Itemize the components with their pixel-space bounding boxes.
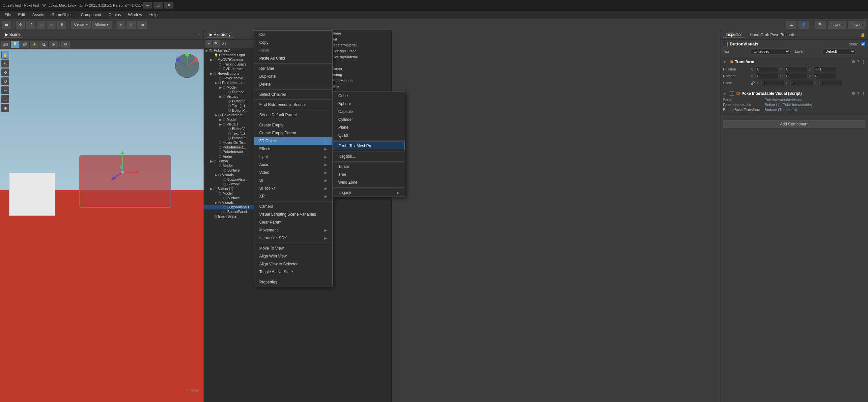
select-tool-btn[interactable]: ↖ <box>1 60 9 67</box>
layer-dropdown[interactable]: Default <box>823 48 856 54</box>
scene-fx-btn[interactable]: ✨ <box>30 41 38 48</box>
toolbar-rect-tool[interactable]: ▭ <box>47 21 56 29</box>
submenu-item-legacy[interactable]: Legacy▶ <box>333 189 405 197</box>
toolbar-pivot-btn[interactable]: Center ▾ <box>71 21 91 29</box>
object-active-checkbox[interactable]: ✓ <box>723 42 728 46</box>
layout-dropdown[interactable]: Layout <box>848 21 866 29</box>
context-menu-item-find-refs[interactable]: Find References in Scene <box>254 101 332 109</box>
tag-dropdown[interactable]: Untagged <box>751 48 790 54</box>
position-x[interactable] <box>756 66 779 72</box>
inspector-tab[interactable]: Inspector <box>723 32 744 38</box>
scene-2d-btn[interactable]: 2D <box>1 41 10 48</box>
layers-dropdown[interactable]: Layers <box>828 21 846 29</box>
cloud-btn[interactable]: ☁ <box>786 21 797 29</box>
context-menu-item-cut[interactable]: Cut <box>254 31 332 38</box>
context-menu-item-light[interactable]: Light▶ <box>254 153 332 161</box>
context-menu-item-ui-toolkit[interactable]: UI Toolkit▶ <box>254 185 332 192</box>
menu-assets[interactable]: Assets <box>29 12 48 18</box>
menu-file[interactable]: File <box>1 12 14 18</box>
context-menu-item-paste-child[interactable]: Paste As Child <box>254 54 332 62</box>
context-menu-item-audio[interactable]: Audio▶ <box>254 161 332 169</box>
submenu-item-cylinder[interactable]: Cylinder <box>333 115 405 124</box>
submenu-item-tree[interactable]: Tree <box>333 171 405 178</box>
context-menu-item-create-empty[interactable]: Create Empty <box>254 121 332 129</box>
position-z[interactable] <box>814 66 837 72</box>
toolbar-play-btn[interactable]: ▶ <box>117 21 125 29</box>
context-menu-item-rename[interactable]: Rename <box>254 65 332 72</box>
context-menu-item-clear-parent[interactable]: Clear Parent <box>254 218 332 226</box>
toolbar-pause-btn[interactable]: ⏸ <box>126 21 136 29</box>
context-menu-item-ui[interactable]: UI▶ <box>254 176 332 185</box>
context-menu-item-align-with-view[interactable]: Align With View <box>254 252 332 260</box>
toolbar-move-tool[interactable]: ✛ <box>16 21 25 29</box>
submenu-item-ragdoll[interactable]: Ragdoll... <box>333 153 405 160</box>
move-tool-btn[interactable]: ✛ <box>1 68 9 76</box>
scale-y[interactable] <box>790 80 813 86</box>
context-menu-item-toggle-active[interactable]: Toggle Active State <box>254 268 332 276</box>
toolbar-global-btn[interactable]: Global ▾ <box>92 21 112 29</box>
menu-gameobject[interactable]: GameObject <box>48 12 77 18</box>
context-menu-item-effects[interactable]: Effects▶ <box>254 145 332 153</box>
scene-viewport[interactable]: ✋ ↖ ✛ ↺ ⇔ ▭ ⊕ X Y <box>0 49 204 402</box>
scene-more-icon[interactable]: ⋮ <box>197 33 201 37</box>
transform-settings-icon[interactable]: ⚙ <box>851 60 855 64</box>
close-button[interactable]: ✕ <box>164 2 173 8</box>
submenu-item-capsule[interactable]: Capsule <box>333 108 405 115</box>
maximize-button[interactable]: □ <box>154 2 163 8</box>
toolbar-step-btn[interactable]: ⏭ <box>137 21 147 29</box>
toolbar-hand-tool[interactable]: ☰ <box>2 21 11 29</box>
add-component-button[interactable]: Add Component <box>723 120 865 128</box>
rotation-x[interactable] <box>756 73 779 79</box>
position-y[interactable] <box>785 66 808 72</box>
context-menu-item-delete[interactable]: Delete <box>254 80 332 88</box>
context-menu-item-xr[interactable]: XR▶ <box>254 192 332 200</box>
script-toggle[interactable]: ▼ <box>723 92 726 96</box>
context-menu-item-create-empty-parent[interactable]: Create Empty Parent <box>254 129 332 137</box>
toolbar-scale-tool[interactable]: ⇔ <box>37 21 45 29</box>
rotation-y[interactable] <box>785 73 808 79</box>
menu-component[interactable]: Component <box>78 12 104 18</box>
search-btn[interactable]: 🔍 <box>815 21 826 29</box>
transform-info-icon[interactable]: ? <box>857 60 860 64</box>
submenu-item-wind-zone[interactable]: Wind Zone <box>333 178 405 186</box>
static-checkbox[interactable] <box>861 42 865 46</box>
rotate-tool-btn[interactable]: ↺ <box>1 77 9 85</box>
menu-oculus[interactable]: Oculus <box>105 12 124 18</box>
menu-help[interactable]: Help <box>146 12 161 18</box>
submenu-item-cube[interactable]: Cube <box>333 92 405 100</box>
hand-grab-pose-tab[interactable]: Hand Grab Pose Recorder <box>747 32 799 38</box>
scene-gizmos-btn[interactable]: ⚙ <box>61 41 70 48</box>
submenu-item-terrain[interactable]: Terrain <box>333 163 405 171</box>
context-menu-item-set-default-parent[interactable]: Set as Default Parent <box>254 111 332 119</box>
scene-audio-btn[interactable]: 🔊 <box>21 41 29 48</box>
context-menu-item-movement[interactable]: Movement▶ <box>254 226 332 234</box>
scene-tab[interactable]: ▶ Scene <box>3 32 23 38</box>
hierarchy-tab[interactable]: ▶ Hierarchy <box>207 32 233 38</box>
context-menu-item-align-view-selected[interactable]: Align View to Selected <box>254 260 332 268</box>
context-menu-item-3d-object[interactable]: 3D Object▶ <box>254 137 332 145</box>
custom-tool-btn[interactable]: ⊕ <box>1 104 9 112</box>
minimize-button[interactable]: ─ <box>143 2 152 8</box>
transform-more-icon[interactable]: ⋮ <box>861 60 865 64</box>
inspector-lock-icon[interactable]: 🔒 <box>861 33 865 37</box>
scene-light-btn[interactable]: 💡 <box>11 41 20 48</box>
submenu-item-plane[interactable]: Plane <box>333 124 405 131</box>
scale-tool-btn[interactable]: ⇔ <box>1 86 9 94</box>
toolbar-transform-tool[interactable]: ⊕ <box>57 21 66 29</box>
transform-toggle[interactable]: ▼ <box>723 60 726 64</box>
script-settings-icon[interactable]: ⚙ <box>851 91 855 96</box>
scale-z[interactable] <box>819 80 842 86</box>
hierarchy-add-btn[interactable]: + <box>206 40 212 47</box>
menu-edit[interactable]: Edit <box>15 12 28 18</box>
script-info-icon[interactable]: ? <box>857 91 860 96</box>
rect-tool-btn[interactable]: ▭ <box>1 95 9 103</box>
context-menu-item-duplicate[interactable]: Duplicate <box>254 72 332 80</box>
submenu-item-sphere[interactable]: Sphere <box>333 100 405 108</box>
context-menu-item-move-to-view[interactable]: Move To View <box>254 244 332 252</box>
context-menu-item-select-children[interactable]: Select Children <box>254 91 332 98</box>
script-active-checkbox[interactable]: ✓ <box>730 91 734 96</box>
submenu-item-quad[interactable]: Quad <box>333 131 405 139</box>
hand-tool-btn[interactable]: ✋ <box>1 51 9 59</box>
context-menu-item-camera[interactable]: Camera <box>254 202 332 210</box>
account-btn[interactable]: 👤 <box>799 21 809 29</box>
